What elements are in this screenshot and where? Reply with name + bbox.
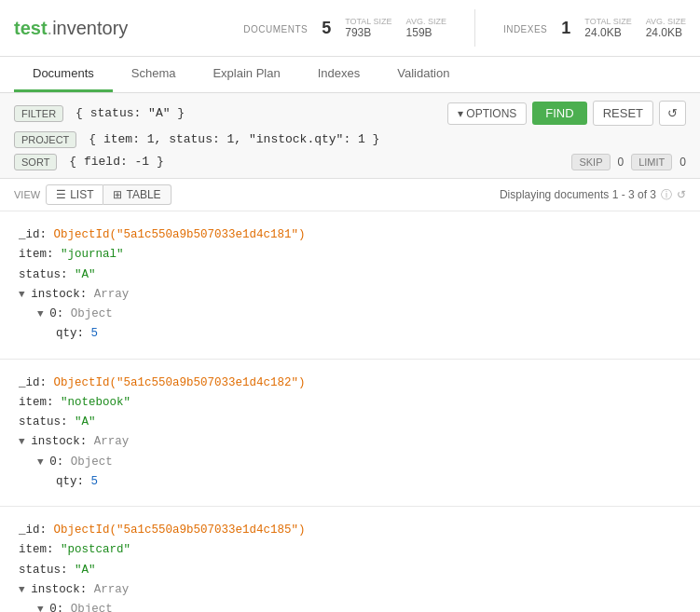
doc-item-row: item: "journal": [19, 245, 681, 265]
item-key: item:: [19, 396, 61, 409]
instock-index-row: ▼ 0: Object: [19, 600, 681, 612]
item-key: item:: [19, 248, 61, 261]
doc-id-row: _id: ObjectId("5a1c550a9b507033e1d4c181"…: [19, 225, 681, 245]
find-button[interactable]: FIND: [532, 102, 586, 125]
qty-value: 5: [91, 327, 99, 340]
display-info: Displaying documents 1 - 3 of 3 ⓘ ↺: [500, 187, 686, 203]
tab-explain-plan[interactable]: Explain Plan: [194, 57, 298, 92]
table-view-button[interactable]: ⊞ TABLE: [103, 184, 171, 205]
documents-list: _id: ObjectId("5a1c550a9b507033e1d4c181"…: [0, 211, 700, 612]
project-badge[interactable]: PROJECT: [14, 131, 76, 148]
sort-query: { field: -1 }: [64, 153, 564, 170]
instock-type: Array: [94, 435, 130, 448]
qty-row: qty: 5: [19, 472, 681, 492]
sort-row: SORT { field: -1 } SKIP 0 LIMIT 0: [14, 153, 686, 170]
refresh-button[interactable]: ↺: [659, 101, 686, 126]
status-value: "A": [75, 564, 96, 577]
toolbar: FILTER { status: "A" } ▾ OPTIONS FIND RE…: [0, 93, 700, 179]
qty-value: 5: [91, 475, 99, 488]
filter-query: { status: "A" }: [71, 104, 440, 122]
options-button[interactable]: ▾ OPTIONS: [447, 102, 527, 125]
id-key: _id:: [19, 376, 54, 389]
doc-instock-row: ▼ instock: Array: [19, 432, 681, 452]
instock-index-row: ▼ 0: Object: [19, 305, 681, 324]
doc-item-row: item: "notebook": [19, 393, 681, 413]
indexes-sub-stats: TOTAL SIZE 24.0KB AVG. SIZE 24.0KB: [584, 17, 686, 39]
indexes-avg-size-stat: AVG. SIZE 24.0KB: [646, 17, 686, 39]
tab-documents[interactable]: Documents: [14, 57, 113, 92]
document-item: _id: ObjectId("5a1c550a9b507033e1d4c185"…: [0, 507, 700, 612]
document-item: _id: ObjectId("5a1c550a9b507033e1d4c182"…: [0, 360, 700, 508]
status-key: status:: [19, 564, 75, 577]
tab-validation[interactable]: Validation: [378, 57, 468, 92]
status-key: status:: [19, 415, 75, 428]
header-stats: DOCUMENTS 5 TOTAL SIZE 793B AVG. SIZE 15…: [243, 9, 686, 47]
indexes-label-wrapper: INDEXES: [503, 21, 547, 35]
indexes-total-size-stat: TOTAL SIZE 24.0KB: [584, 17, 631, 39]
info-icon[interactable]: ⓘ: [661, 187, 672, 203]
doc-id-row: _id: ObjectId("5a1c550a9b507033e1d4c182"…: [19, 374, 681, 393]
avg-size-stat: AVG. SIZE 159B: [406, 17, 446, 39]
app-title-inventory: inventory: [52, 18, 128, 38]
doc-item-row: item: "postcard": [19, 540, 681, 560]
header: test.inventory DOCUMENTS 5 TOTAL SIZE 79…: [0, 0, 700, 57]
reset-button[interactable]: RESET: [593, 101, 653, 126]
id-value: ObjectId("5a1c550a9b507033e1d4c182"): [54, 376, 306, 389]
status-key: status:: [19, 268, 75, 281]
project-row: PROJECT { item: 1, status: 1, "instock.q…: [14, 130, 686, 148]
list-icon: ☰: [56, 188, 66, 201]
item-value: "journal": [61, 248, 124, 261]
filter-badge[interactable]: FILTER: [14, 105, 63, 122]
app-title: test.inventory: [14, 18, 128, 39]
list-view-button[interactable]: ☰ LIST: [46, 184, 103, 205]
documents-count: 5: [322, 19, 331, 37]
filter-row: FILTER { status: "A" } ▾ OPTIONS FIND RE…: [14, 101, 686, 126]
reload-icon[interactable]: ↺: [677, 188, 686, 201]
instock-key: instock:: [31, 435, 94, 448]
qty-key: qty:: [56, 475, 91, 488]
qty-key: qty:: [56, 327, 91, 340]
instock-type: Array: [94, 583, 130, 596]
doc-instock-row: ▼ instock: Array: [19, 580, 681, 600]
instock-index-key: 0:: [49, 456, 71, 469]
toolbar-actions: ▾ OPTIONS FIND RESET ↺: [447, 101, 686, 126]
tab-indexes[interactable]: Indexes: [299, 57, 379, 92]
table-icon: ⊞: [113, 188, 122, 201]
instock-item-type: Object: [71, 307, 113, 320]
instock-item-type: Object: [71, 603, 113, 612]
skip-limit-controls: SKIP 0 LIMIT 0: [571, 154, 686, 170]
skip-value: 0: [618, 156, 625, 169]
doc-status-row: status: "A": [19, 413, 681, 432]
instock-index-row: ▼ 0: Object: [19, 453, 681, 472]
tab-schema[interactable]: Schema: [113, 57, 195, 92]
limit-badge: LIMIT: [631, 154, 672, 170]
item-arrow: ▼: [37, 308, 49, 320]
item-value: "postcard": [61, 543, 130, 556]
instock-type: Array: [94, 288, 130, 301]
project-query: { item: 1, status: 1, "instock.qty": 1 }: [84, 130, 686, 148]
app-title-test: test: [14, 18, 48, 38]
instock-index-key: 0:: [49, 307, 71, 320]
document-item: _id: ObjectId("5a1c550a9b507033e1d4c181"…: [0, 211, 700, 360]
id-key: _id:: [19, 524, 54, 537]
indexes-count: 1: [561, 19, 570, 37]
id-value: ObjectId("5a1c550a9b507033e1d4c181"): [54, 228, 306, 241]
id-value: ObjectId("5a1c550a9b507033e1d4c185"): [54, 524, 306, 537]
instock-arrow: ▼: [19, 584, 31, 595]
doc-status-row: status: "A": [19, 561, 681, 580]
sort-badge[interactable]: SORT: [14, 154, 57, 170]
documents-label: DOCUMENTS: [243, 21, 308, 35]
limit-value: 0: [679, 156, 686, 169]
view-controls: VIEW ☰ LIST ⊞ TABLE: [14, 184, 172, 205]
tabs: Documents Schema Explain Plan Indexes Va…: [0, 57, 700, 93]
item-value: "notebook": [61, 396, 130, 409]
status-value: "A": [75, 415, 96, 428]
view-bar: VIEW ☰ LIST ⊞ TABLE Displaying documents…: [0, 179, 700, 211]
qty-row: qty: 5: [19, 324, 681, 344]
item-arrow: ▼: [37, 604, 49, 612]
doc-status-row: status: "A": [19, 265, 681, 285]
instock-arrow: ▼: [19, 289, 31, 300]
item-key: item:: [19, 543, 61, 556]
total-size-stat: TOTAL SIZE 793B: [345, 17, 391, 39]
item-arrow: ▼: [37, 456, 49, 468]
